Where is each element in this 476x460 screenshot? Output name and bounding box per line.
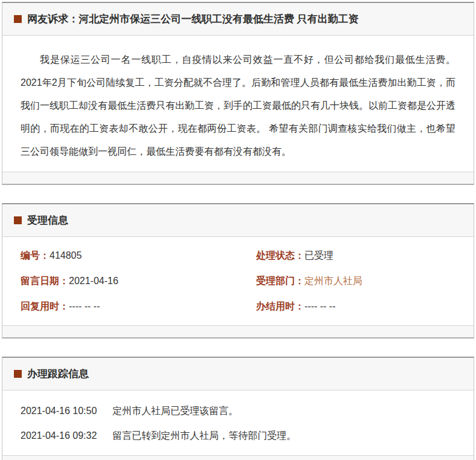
tracking-entry-text: 定州市人社局已受理该留言。 <box>112 406 238 416</box>
complaint-panel: 网友诉求：河北定州市保运三公司一线职工没有最低生活费 只有出勤工资 我是保运三公… <box>2 2 474 185</box>
field-record-number: 编号：414805 <box>2 243 238 268</box>
tracking-entry: 2021-04-16 10:50定州市人社局已受理该留言。 <box>21 398 455 423</box>
field-message-date: 留言日期：2021-04-16 <box>2 268 238 294</box>
field-status-label: 处理状态： <box>256 250 304 262</box>
field-completion-duration-label: 办结用时： <box>256 300 304 313</box>
acceptance-panel-header: 受理信息 <box>2 204 474 237</box>
acceptance-info-grid: 编号：414805 处理状态：已受理 留言日期：2021-04-16 受理部门：… <box>2 237 474 325</box>
square-bullet-icon <box>14 216 22 224</box>
tracking-list: 2021-04-16 10:50定州市人社局已受理该留言。 2021-04-16… <box>2 390 474 455</box>
field-message-date-label: 留言日期： <box>21 275 69 288</box>
field-reply-duration-value: ---- -- -- <box>69 301 100 312</box>
tracking-entry-time: 2021-04-16 09:32 <box>21 430 97 441</box>
tracking-panel: 办理跟踪信息 2021-04-16 10:50定州市人社局已受理该留言。 202… <box>2 357 474 460</box>
field-reply-duration: 回复用时：---- -- -- <box>2 294 238 319</box>
tracking-entry-text: 留言已转到定州市人社局，等待部门受理。 <box>112 430 296 441</box>
tracking-panel-footer <box>2 455 474 460</box>
acceptance-title: 受理信息 <box>27 214 68 227</box>
field-reply-duration-label: 回复用时： <box>21 300 69 313</box>
complaint-title: 网友诉求：河北定州市保运三公司一线职工没有最低生活费 只有出勤工资 <box>27 13 359 25</box>
tracking-panel-header: 办理跟踪信息 <box>2 358 474 390</box>
acceptance-panel-footer <box>2 325 474 337</box>
tracking-title: 办理跟踪信息 <box>27 368 89 380</box>
square-bullet-icon <box>14 370 22 378</box>
field-record-number-label: 编号： <box>21 250 50 262</box>
complaint-panel-footer <box>2 172 474 184</box>
field-completion-duration: 办结用时：---- -- -- <box>238 294 474 319</box>
field-completion-duration-value: ---- -- -- <box>304 301 336 312</box>
field-record-number-value: 414805 <box>50 250 82 261</box>
acceptance-panel: 受理信息 编号：414805 处理状态：已受理 留言日期：2021-04-16 … <box>2 203 474 339</box>
department-link[interactable]: 定州市人社局 <box>304 275 362 288</box>
complaint-detail-page: 网友诉求：河北定州市保运三公司一线职工没有最低生活费 只有出勤工资 我是保运三公… <box>0 0 476 460</box>
field-message-date-value: 2021-04-16 <box>69 276 118 287</box>
status-badge: 已受理 <box>304 250 333 262</box>
complaint-panel-header: 网友诉求：河北定州市保运三公司一线职工没有最低生活费 只有出勤工资 <box>2 3 474 36</box>
field-status: 处理状态：已受理 <box>238 243 474 268</box>
field-department: 受理部门：定州市人社局 <box>238 268 474 294</box>
tracking-entry-time: 2021-04-16 10:50 <box>21 406 97 416</box>
square-bullet-icon <box>14 15 22 23</box>
field-department-label: 受理部门： <box>256 275 304 288</box>
tracking-entry: 2021-04-16 09:32留言已转到定州市人社局，等待部门受理。 <box>21 423 455 448</box>
complaint-body-text: 我是保运三公司一名一线职工，自疫情以来公司效益一直不好，但公司都给我们最低生活费… <box>2 36 474 172</box>
